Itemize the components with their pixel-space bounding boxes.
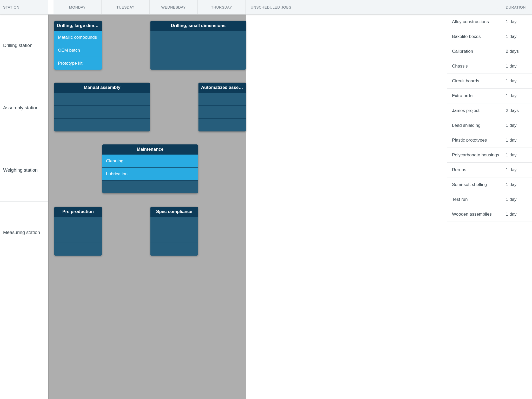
unscheduled-job-row[interactable]: Plastic prototypes1 day — [447, 133, 532, 148]
job-name: Plastic prototypes — [447, 138, 503, 143]
job-duration: 1 day — [503, 123, 532, 128]
col-duration[interactable]: Duration — [503, 0, 532, 14]
card-slot[interactable] — [198, 118, 246, 131]
card-slot[interactable] — [54, 92, 150, 105]
job-duration: 1 day — [503, 212, 532, 217]
station-row: Drilling station — [0, 15, 48, 77]
col-thursday[interactable]: Thursday — [198, 0, 246, 14]
job-duration: 1 day — [503, 78, 532, 84]
job-name: Reruns — [447, 167, 503, 172]
col-unscheduled-jobs-label: Unscheduled jobs — [251, 5, 291, 9]
card-slot[interactable] — [198, 92, 246, 105]
unscheduled-jobs-panel[interactable]: Alloy constructions1 dayBakelite boxes1 … — [447, 15, 532, 399]
schedule-card-drilling-small[interactable]: Drilling, small dimensions — [150, 21, 246, 70]
unscheduled-job-row[interactable]: Wooden assemblies1 day — [447, 207, 532, 222]
station-row: Measuring station — [0, 202, 48, 264]
sort-arrow-down-icon[interactable]: ↓ — [497, 5, 499, 9]
job-duration: 1 day — [503, 19, 532, 24]
station-row: Assembly station — [0, 77, 48, 139]
job-duration: 2 days — [503, 49, 532, 54]
card-slot[interactable] — [150, 57, 246, 70]
job-name: Polycarbonate housings — [447, 152, 503, 158]
card-slot[interactable] — [54, 105, 150, 118]
job-name: Extra order — [447, 93, 503, 98]
unscheduled-job-row[interactable]: Polycarbonate housings1 day — [447, 148, 532, 163]
card-slot[interactable] — [54, 217, 102, 230]
unscheduled-job-row[interactable]: Reruns1 day — [447, 163, 532, 177]
job-name: Lead shielding — [447, 123, 503, 128]
card-slot[interactable]: Prototype kit — [54, 57, 102, 70]
job-duration: 1 day — [503, 64, 532, 69]
unscheduled-job-row[interactable]: Semi-soft shelling1 day — [447, 177, 532, 192]
card-slot[interactable] — [54, 118, 150, 131]
header-gap — [48, 0, 54, 14]
job-name: Test run — [447, 197, 503, 202]
job-duration: 1 day — [503, 197, 532, 202]
job-duration: 1 day — [503, 93, 532, 98]
col-tuesday[interactable]: Tuesday — [102, 0, 150, 14]
unscheduled-job-row[interactable]: Extra order1 day — [447, 89, 532, 103]
job-name: Bakelite boxes — [447, 34, 503, 39]
job-duration: 1 day — [503, 167, 532, 172]
card-title: Drilling, large dimensi… — [54, 21, 102, 31]
schedule-card-maintenance[interactable]: MaintenanceCleaningLubrication — [102, 144, 198, 193]
card-slot[interactable] — [150, 230, 198, 243]
card-slot[interactable] — [150, 31, 246, 44]
header-row: Station Monday Tuesday Wednesday Thursda… — [0, 0, 532, 15]
unscheduled-job-row[interactable]: Lead shielding1 day — [447, 118, 532, 133]
card-slot[interactable] — [150, 44, 246, 57]
station-row: Weighing station — [0, 139, 48, 202]
col-unscheduled-jobs[interactable]: Unscheduled jobs ↓ — [246, 0, 503, 14]
card-slot[interactable]: Metallic compounds — [54, 31, 102, 44]
schedule-canvas[interactable]: Drilling, large dimensi…Metallic compoun… — [48, 15, 246, 399]
col-wednesday[interactable]: Wednesday — [150, 0, 198, 14]
unscheduled-job-row[interactable]: Test run1 day — [447, 192, 532, 207]
job-name: Calibration — [447, 49, 503, 54]
job-name: James project — [447, 108, 503, 113]
card-slot[interactable]: Lubrication — [102, 167, 198, 180]
job-name: Alloy constructions — [447, 19, 503, 24]
job-duration: 1 day — [503, 34, 532, 39]
card-title: Automatized assembly — [198, 83, 246, 92]
unscheduled-job-row[interactable]: Calibration2 days — [447, 44, 532, 59]
job-duration: 2 days — [503, 108, 532, 113]
job-duration: 1 day — [503, 138, 532, 143]
card-slot[interactable]: Cleaning — [102, 154, 198, 167]
col-station[interactable]: Station — [0, 0, 48, 14]
card-title: Maintenance — [102, 144, 198, 154]
job-name: Semi-soft shelling — [447, 182, 503, 187]
job-duration: 1 day — [503, 182, 532, 187]
col-monday[interactable]: Monday — [54, 0, 102, 14]
job-name: Chassis — [447, 64, 503, 69]
job-duration: 1 day — [503, 152, 532, 158]
job-name: Wooden assemblies — [447, 212, 503, 217]
schedule-card-manual-assembly[interactable]: Manual assembly — [54, 83, 150, 131]
card-title: Pre production — [54, 207, 102, 217]
schedule-card-auto-assembly[interactable]: Automatized assembly — [198, 83, 246, 131]
stations-column: Drilling stationAssembly stationWeighing… — [0, 15, 48, 399]
card-slot[interactable] — [54, 243, 102, 256]
card-slot[interactable] — [102, 180, 198, 193]
card-slot[interactable]: OEM batch — [54, 44, 102, 57]
card-slot[interactable] — [54, 230, 102, 243]
unscheduled-job-row[interactable]: Circuit boards1 day — [447, 74, 532, 89]
card-slot[interactable] — [150, 217, 198, 230]
card-slot[interactable] — [150, 243, 198, 256]
schedule-card-spec-compliance[interactable]: Spec compliance — [150, 207, 198, 256]
unscheduled-job-row[interactable]: Chassis1 day — [447, 59, 532, 74]
card-title: Manual assembly — [54, 83, 150, 92]
unscheduled-job-row[interactable]: Bakelite boxes1 day — [447, 29, 532, 44]
unscheduled-job-row[interactable]: Alloy constructions1 day — [447, 15, 532, 29]
schedule-card-drilling-large[interactable]: Drilling, large dimensi…Metallic compoun… — [54, 21, 102, 70]
card-title: Drilling, small dimensions — [150, 21, 246, 31]
card-title: Spec compliance — [150, 207, 198, 217]
schedule-card-pre-production[interactable]: Pre production — [54, 207, 102, 256]
unscheduled-job-row[interactable]: James project2 days — [447, 103, 532, 118]
job-name: Circuit boards — [447, 78, 503, 84]
card-slot[interactable] — [198, 105, 246, 118]
